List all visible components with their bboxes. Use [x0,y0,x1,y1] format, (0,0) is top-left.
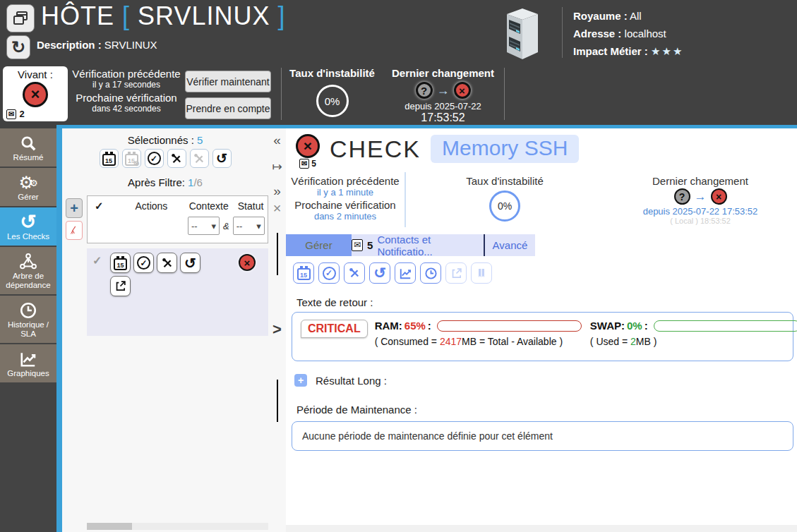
swap-progress-bar [654,320,797,332]
royaume-line: Royaume : All [573,7,683,25]
tools-button[interactable] [344,262,365,284]
meta-divider [562,7,563,58]
external-link-button[interactable] [445,262,467,284]
windows-button[interactable] [6,4,35,32]
recheck-button[interactable]: ↺ [212,149,232,168]
clock-icon [424,267,438,280]
row-recheck-button[interactable]: ↺ [180,253,200,273]
impact-stars: ★★★ [651,45,683,57]
acknowledge-button[interactable]: ✓ [318,262,340,284]
magnifier-icon [1,133,55,153]
impact-line: Impact Métier : ★★★ [573,42,683,60]
bookmark-button[interactable] [471,262,492,284]
sidebar: Résumé ⚙⚙ Gérer ↺ Les Checks Arbre de dé… [0,128,56,532]
row-open-button[interactable] [110,276,131,296]
checks-list-panel: Sélectionnés : 5 15 15⊗ ✓ ↺ Après Filtre… [62,128,268,532]
column-contexte: Contexte [184,200,234,212]
calendar-icon: 15 [102,154,116,166]
clear-filter-button[interactable] [66,221,83,240]
sidebar-item-historique-sla[interactable]: Historique / SLA [0,296,56,344]
close-icon[interactable]: × [268,200,286,217]
unschedule-button[interactable]: 15⊗ [122,149,141,168]
host-meta: Royaume : All Adresse : localhost Impact… [573,7,683,60]
divider [281,68,282,120]
chart-line-icon [399,267,412,280]
instability-gauge: 0% [316,85,349,117]
check-last-change-column: Dernier changement ? → × depuis 2025-07-… [604,172,797,227]
check-now-button[interactable]: Vérifier maintenant [185,71,271,92]
check-instability-column: Taux d'instabilité 0% [406,172,604,227]
tools-icon [161,257,174,270]
scrollbar-thumb[interactable] [87,523,132,530]
tools-icon [348,267,361,279]
tab-avance[interactable]: Avancé [485,234,535,256]
select-all-check-icon[interactable]: ✓ [95,200,119,212]
tools-button[interactable] [167,149,186,168]
ram-metric: RAM: 65% : ( Consumed = 2417MB = Total -… [375,320,582,347]
vivant-status-card: Vivant : × ✉ 2 [3,66,68,121]
bracket-close: ] [277,1,285,30]
sidebar-item-les-checks[interactable]: ↺ Les Checks [0,207,56,247]
contexte-filter-select[interactable]: --▾ [188,217,220,235]
row-schedule-button[interactable]: 15 [110,253,131,273]
expand-right-icon[interactable]: » [268,183,286,199]
horizontal-scrollbar-track[interactable] [286,525,797,532]
check-actions-toolbar: 15 ✓ ↺ [293,262,492,284]
bulk-actions-toolbar: 15 15⊗ ✓ ↺ [62,149,268,168]
tab-gerer[interactable]: Gérer [286,234,352,256]
detail-tabs: Gérer ✉ 5 Contacts et Notificatio... Ava… [286,234,797,256]
host-check-timing: Vérification précédente il y a 17 second… [71,68,182,116]
sidebar-item-resume[interactable]: Résumé [0,128,56,168]
chart-line-icon [1,349,55,369]
mail-count: 2 [19,109,24,119]
check-circle-icon: ✓ [137,256,150,270]
frame-border-left [56,125,62,532]
tools-icon [170,152,183,165]
sidebar-item-graphiques[interactable]: Graphiques [0,344,56,384]
schedule-button[interactable]: 15 [293,262,314,284]
tools-disabled-button[interactable] [190,149,209,168]
check-detail-panel: × ✉ 5 CHECK Memory SSH Vérification préc… [286,128,797,532]
check-instability-gauge: 0% [489,191,520,222]
graph-button[interactable] [395,262,416,284]
acknowledge-check-button[interactable]: ✓ [145,149,164,168]
row-acknowledge-button[interactable]: ✓ [133,253,154,273]
rotate-icon: ↺ [373,265,386,282]
check-row-memory-ssh[interactable]: ✓ 15 ✓ ↺ × [87,248,268,336]
calendar-icon: 15 [114,258,127,270]
refresh-button[interactable]: ↻ [6,35,30,59]
add-check-button[interactable]: + [66,198,83,218]
history-button[interactable] [420,262,441,284]
host-name: SRVLINUX [138,1,270,30]
check-circle-icon: ✓ [323,267,336,280]
acknowledge-button[interactable]: Prendre en compte [185,97,271,119]
external-link-icon [450,267,462,279]
check-circle-icon: ✓ [148,152,161,165]
ram-detail: ( Consumed = 2417MB = Total - Available … [375,336,582,347]
collapse-left-icon[interactable]: « [268,133,286,148]
return-text-label: Texte de retour : [296,296,373,308]
arrow-right-icon: → [437,83,450,98]
sidebar-item-gerer[interactable]: ⚙⚙ Gérer [0,168,56,207]
collapse-to-bar-icon[interactable]: ↦ [268,159,286,174]
gears-icon: ⚙⚙ [1,173,55,193]
tab-contacts-notifications[interactable]: ✉ 5 Contacts et Notificatio... [352,234,485,256]
row-tools-button[interactable] [157,253,177,273]
recheck-button[interactable]: ↺ [369,262,390,284]
row-selected-check-icon[interactable]: ✓ [92,254,102,267]
check-type-label: CHECK [330,135,421,163]
expand-long-result-button[interactable]: + [294,374,307,387]
check-name: Memory SSH [431,135,579,163]
divider-line [277,380,278,422]
check-header: × ✉ 5 CHECK Memory SSH [296,134,579,169]
status-badge: CRITICAL [301,320,368,338]
expand-panel-icon[interactable]: > [268,320,286,339]
divider [504,68,505,120]
schedule-button[interactable]: 15 [100,149,119,168]
horizontal-scrollbar[interactable] [87,523,268,530]
sidebar-item-arbre-dependance[interactable]: Arbre de dépendance [0,247,56,296]
statut-filter-select[interactable]: --▾ [233,217,265,235]
vivant-label: Vivant : [3,68,68,80]
check-status-critical-icon: × [296,134,320,158]
checks-table-header: ✓ Actions Contexte Statut --▾ & --▾ [87,195,268,243]
